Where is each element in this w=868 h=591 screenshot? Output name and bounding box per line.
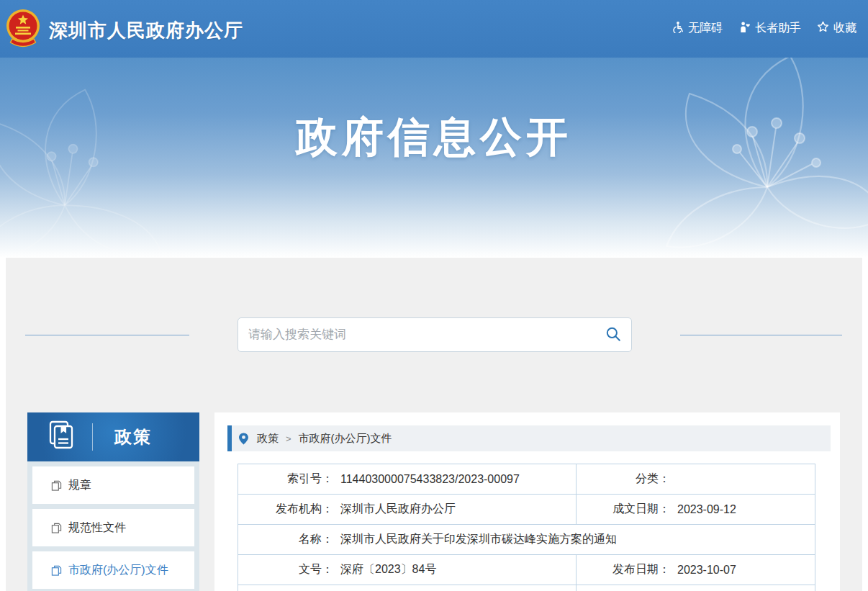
favorite-label: 收藏 bbox=[833, 21, 856, 36]
field-label: 分类： bbox=[577, 472, 670, 487]
favorite-link[interactable]: 收藏 bbox=[817, 21, 856, 36]
search-input[interactable] bbox=[238, 328, 595, 342]
table-cell-doc-number: 文号： 深府〔2023〕84号 bbox=[238, 555, 577, 585]
elder-assistant-link[interactable]: 长者助手 bbox=[738, 21, 801, 36]
sidebar-header-divider bbox=[92, 423, 93, 451]
hero-banner: 政府信息公开 bbox=[0, 58, 868, 258]
table-row: 文号： 深府〔2023〕84号 发布日期： 2023-10-07 bbox=[238, 555, 815, 585]
sidebar-item-normative-documents[interactable]: 规范性文件 bbox=[32, 509, 194, 546]
sidebar-item-label: 规范性文件 bbox=[68, 520, 126, 536]
star-icon bbox=[817, 21, 829, 36]
accessibility-icon bbox=[672, 21, 684, 36]
document-icon bbox=[51, 565, 62, 576]
sidebar-item-label: 市政府(办公厅)文件 bbox=[68, 563, 168, 578]
table-cell-agency: 发布机构： 深圳市人民政府办公厅 bbox=[238, 495, 577, 524]
table-row-partial bbox=[238, 585, 815, 591]
location-pin-icon bbox=[239, 433, 248, 445]
search-icon bbox=[605, 326, 621, 344]
search-divider-right bbox=[680, 335, 842, 335]
document-metadata-table: 索引号： 114403000075433823/2023-00097 分类： 发… bbox=[238, 464, 815, 591]
site-logo-brand[interactable]: 深圳市人民政府办公厅 bbox=[6, 8, 243, 53]
field-value: 2023-09-12 bbox=[677, 503, 736, 516]
site-title: 深圳市人民政府办公厅 bbox=[49, 18, 243, 43]
table-cell bbox=[238, 585, 577, 591]
breadcrumb: 政策 > 市政府(办公厅)文件 bbox=[227, 425, 831, 451]
table-cell-index: 索引号： 114403000075433823/2023-00097 bbox=[238, 464, 577, 494]
sidebar-item-label: 规章 bbox=[68, 478, 91, 493]
field-label: 文号： bbox=[238, 562, 333, 577]
sidebar-item-municipal-documents[interactable]: 市政府(办公厅)文件 bbox=[32, 551, 194, 589]
field-label: 发布日期： bbox=[577, 562, 670, 577]
field-value: 深圳市人民政府关于印发深圳市碳达峰实施方案的通知 bbox=[340, 532, 617, 547]
top-utility-links: 无障碍 长者助手 收藏 bbox=[672, 21, 856, 36]
table-row: 发布机构： 深圳市人民政府办公厅 成文日期： 2023-09-12 bbox=[238, 495, 815, 525]
document-detail-card: 政策 > 市政府(办公厅)文件 索引号： 114403000075433823/… bbox=[214, 412, 840, 591]
field-label: 发布机构： bbox=[238, 502, 333, 517]
accessibility-label: 无障碍 bbox=[688, 21, 723, 36]
sidebar-menu: 规章 规范性文件 市政府(办公厅)文件 bbox=[27, 461, 199, 591]
breadcrumb-item-policy[interactable]: 政策 bbox=[257, 432, 279, 446]
breadcrumb-item-current: 市政府(办公厅)文件 bbox=[299, 432, 392, 446]
main-content-area: 政策 规章 规范性文件 bbox=[6, 258, 862, 591]
field-label: 索引号： bbox=[238, 472, 333, 487]
sidebar-title: 政策 bbox=[114, 425, 152, 448]
document-icon bbox=[51, 523, 62, 533]
table-cell-publish-date: 发布日期： 2023-10-07 bbox=[577, 555, 815, 585]
search-divider-left bbox=[25, 335, 189, 335]
flower-decoration-left bbox=[0, 79, 173, 258]
national-emblem-icon bbox=[6, 8, 40, 53]
breadcrumb-accent-bar bbox=[227, 425, 232, 451]
accessibility-link[interactable]: 无障碍 bbox=[672, 21, 723, 36]
table-cell-category: 分类： bbox=[577, 464, 815, 494]
field-value: 2023-10-07 bbox=[677, 564, 736, 577]
table-cell-document-name: 名称： 深圳市人民政府关于印发深圳市碳达峰实施方案的通知 bbox=[238, 525, 815, 554]
elder-assistant-label: 长者助手 bbox=[755, 21, 801, 36]
sidebar-header: 政策 bbox=[27, 412, 199, 461]
page-title: 政府信息公开 bbox=[0, 109, 868, 166]
elder-assistant-icon bbox=[738, 21, 751, 36]
document-icon bbox=[51, 480, 62, 491]
search-button[interactable] bbox=[595, 318, 631, 351]
table-cell-written-date: 成文日期： 2023-09-12 bbox=[577, 495, 815, 524]
breadcrumb-separator: > bbox=[286, 433, 291, 444]
policy-book-icon bbox=[48, 420, 76, 454]
table-cell bbox=[577, 585, 815, 591]
top-header-bar: 深圳市人民政府办公厅 无障碍 长者助手 bbox=[0, 0, 868, 58]
field-label: 名称： bbox=[238, 532, 333, 547]
table-row: 名称： 深圳市人民政府关于印发深圳市碳达峰实施方案的通知 bbox=[238, 525, 815, 555]
table-row: 索引号： 114403000075433823/2023-00097 分类： bbox=[238, 464, 815, 495]
field-value: 深府〔2023〕84号 bbox=[340, 562, 436, 577]
search-box bbox=[238, 317, 632, 352]
field-value: 深圳市人民政府办公厅 bbox=[340, 502, 456, 517]
field-value: 114403000075433823/2023-00097 bbox=[340, 473, 520, 486]
sidebar-item-regulations[interactable]: 规章 bbox=[32, 466, 194, 504]
field-label: 成文日期： bbox=[577, 502, 670, 517]
